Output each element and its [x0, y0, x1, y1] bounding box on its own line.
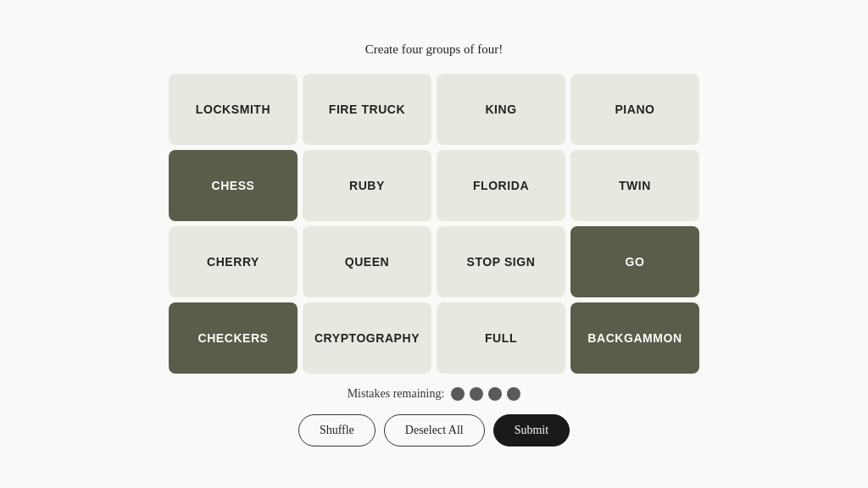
tile-florida[interactable]: FLORIDA — [437, 150, 565, 221]
shuffle-button[interactable]: Shuffle — [298, 414, 376, 446]
tile-twin[interactable]: TWIN — [570, 150, 699, 221]
tile-king[interactable]: KING — [437, 74, 565, 145]
tile-ruby[interactable]: RUBY — [303, 150, 431, 221]
submit-button[interactable]: Submit — [493, 414, 570, 446]
tile-go[interactable]: GO — [570, 226, 699, 297]
tile-backgammon[interactable]: BACKGAMMON — [570, 302, 699, 374]
tile-cherry[interactable]: CHERRY — [169, 226, 298, 297]
tile-locksmith[interactable]: LOCKSMITH — [169, 74, 298, 145]
game-container: Create four groups of four! LOCKSMITHFIR… — [152, 25, 716, 463]
tile-checkers[interactable]: CHECKERS — [169, 302, 298, 374]
deselect-all-button[interactable]: Deselect All — [384, 414, 485, 446]
tile-fire-truck[interactable]: FIRE TRUCK — [303, 74, 431, 145]
tile-piano[interactable]: PIANO — [570, 74, 699, 145]
mistake-dot-3 — [488, 387, 502, 401]
mistakes-label: Mistakes remaining: — [348, 387, 445, 401]
mistakes-dots — [451, 387, 520, 401]
tile-queen[interactable]: QUEEN — [303, 226, 431, 297]
mistakes-row: Mistakes remaining: — [348, 387, 521, 401]
tile-grid: LOCKSMITHFIRE TRUCKKINGPIANOCHESSRUBYFLO… — [169, 74, 699, 374]
instruction-text: Create four groups of four! — [365, 42, 503, 57]
tile-stop-sign[interactable]: STOP SIGN — [437, 226, 565, 297]
tile-full[interactable]: FULL — [437, 302, 565, 374]
mistake-dot-4 — [507, 387, 520, 401]
mistake-dot-1 — [451, 387, 465, 401]
tile-cryptography[interactable]: CRYPTOGRAPHY — [303, 302, 431, 374]
buttons-row: Shuffle Deselect All Submit — [298, 414, 570, 446]
mistake-dot-2 — [470, 387, 483, 401]
tile-chess[interactable]: CHESS — [169, 150, 298, 221]
